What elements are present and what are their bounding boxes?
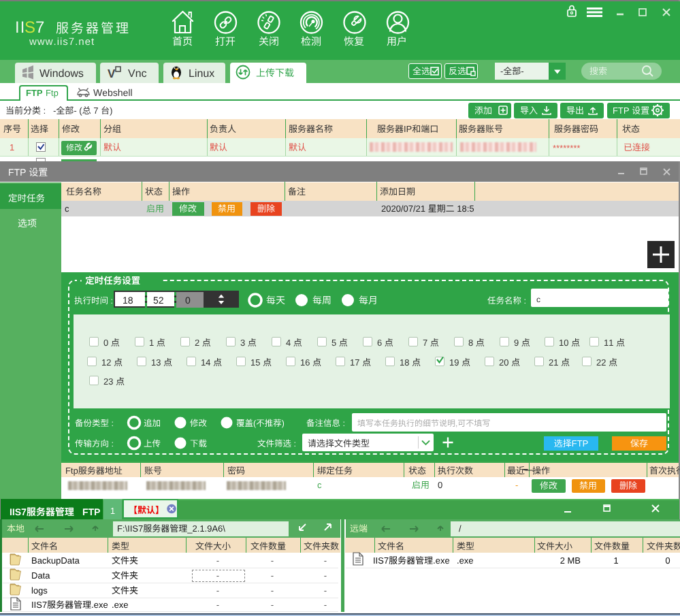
svg-text:V: V: [108, 67, 116, 80]
